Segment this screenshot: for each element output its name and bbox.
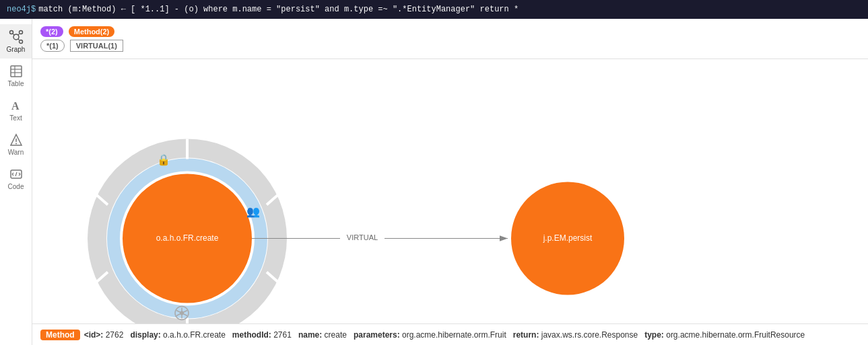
svg-line-17 — [12, 174, 13, 176]
text-icon: A — [9, 98, 24, 113]
query-prompt: neo4j$ — [7, 5, 36, 14]
info-id-val: 2762 — [106, 330, 128, 340]
svg-point-2 — [19, 31, 22, 34]
info-name-key: name: — [298, 330, 322, 340]
info-return-key: return: — [513, 330, 539, 340]
info-return-val: javax.ws.rs.core.Response — [541, 330, 642, 340]
query-text: match (m:Method) ← [ *1..1] - (o) where … — [38, 5, 519, 14]
filters-row: *(2) Method(2) *(1) VIRTUAL(1) — [32, 19, 868, 59]
content-area: *(2) Method(2) *(1) VIRTUAL(1) — [32, 19, 868, 345]
filter-line-2: *(1) VIRTUAL(1) — [40, 40, 860, 52]
sidebar-item-graph[interactable]: Graph — [0, 24, 32, 59]
sidebar-warn-label: Warn — [8, 149, 24, 156]
svg-point-3 — [19, 40, 22, 44]
info-display-val: o.a.h.o.FR.create — [163, 330, 230, 340]
badge-virtual-1[interactable]: VIRTUAL(1) — [70, 40, 123, 52]
info-methodid-val: 2761 — [273, 330, 296, 340]
sidebar: Graph Table A Text — [0, 19, 32, 345]
sidebar-item-warn[interactable]: Warn — [0, 127, 32, 161]
info-name-val: create — [325, 330, 352, 340]
svg-text:A: A — [11, 100, 20, 112]
info-type-val: org.acme.hibernate.orm.FruitResource — [666, 330, 805, 340]
warn-icon — [9, 132, 24, 147]
table-icon — [9, 64, 24, 79]
svg-line-19 — [19, 174, 20, 176]
filter-line-1: *(2) Method(2) — [40, 26, 860, 37]
graph-svg: o.a.h.o.FR.create 🔒 👥 VIRTU — [32, 59, 868, 323]
code-icon — [9, 167, 24, 182]
info-id-key: <id>: — [84, 330, 104, 340]
svg-point-32 — [180, 311, 184, 315]
sidebar-item-table[interactable]: Table — [0, 59, 32, 93]
info-params-val: org.acme.hibernate.orm.Fruit — [402, 330, 510, 340]
edge-label: VIRTUAL — [347, 233, 378, 241]
svg-line-5 — [18, 34, 19, 36]
info-bar: Method <id>: 2762 display: o.a.h.o.FR.cr… — [32, 323, 868, 345]
people-icon: 👥 — [246, 205, 260, 218]
svg-line-6 — [18, 39, 19, 40]
svg-point-1 — [9, 31, 13, 34]
svg-rect-7 — [11, 66, 22, 77]
badge-method-2[interactable]: Method(2) — [69, 26, 115, 37]
node-create-label: o.a.h.o.FR.create — [156, 233, 219, 243]
info-display-key: display: — [130, 330, 160, 340]
graph-canvas: o.a.h.o.FR.create 🔒 👥 VIRTU — [32, 59, 868, 323]
info-badge: Method — [40, 330, 80, 340]
main-layout: Graph Table A Text — [0, 19, 868, 345]
query-bar: neo4j$ match (m:Method) ← [ *1..1] - (o)… — [0, 0, 868, 19]
info-methodid-key: methodId: — [232, 330, 271, 340]
sidebar-table-label: Table — [8, 80, 24, 87]
sidebar-graph-label: Graph — [7, 46, 26, 53]
info-params-key: parameters: — [354, 330, 400, 340]
sidebar-item-code[interactable]: Code — [0, 161, 32, 196]
badge-all-1[interactable]: *(1) — [40, 40, 65, 52]
svg-line-20 — [15, 172, 17, 176]
lock-icon: 🔒 — [157, 153, 170, 166]
svg-line-4 — [13, 34, 14, 36]
node-persist-label: j.p.EM.persist — [543, 233, 593, 243]
info-type-key: type: — [644, 330, 664, 340]
sidebar-item-text[interactable]: A Text — [0, 93, 32, 127]
svg-point-14 — [15, 143, 17, 145]
info-fields: <id>: 2762 display: o.a.h.o.FR.create me… — [84, 330, 805, 340]
badge-all-2[interactable]: *(2) — [40, 26, 63, 37]
sidebar-text-label: Text — [9, 114, 22, 122]
sidebar-code-label: Code — [8, 183, 24, 190]
graph-icon — [9, 30, 24, 44]
